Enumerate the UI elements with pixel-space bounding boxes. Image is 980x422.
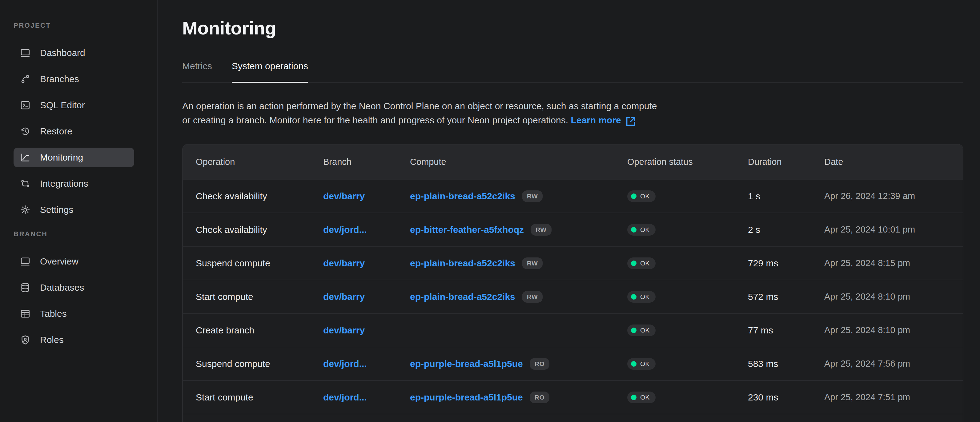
cell-duration: 729 ms [748, 258, 824, 268]
status-label: OK [640, 394, 649, 401]
status-ok-dot [631, 294, 636, 300]
sidebar-item-branches[interactable]: Branches [14, 69, 134, 89]
status-badge: OK [627, 257, 655, 269]
status-label: OK [640, 260, 649, 267]
sidebar-item-dashboard[interactable]: Dashboard [14, 43, 134, 63]
cell-operation: Start compute [196, 392, 323, 403]
description-line-1: An operation is an action performed by t… [182, 101, 657, 111]
header-cell-operation: Operation [196, 157, 323, 167]
sidebar-item-label: Databases [40, 282, 84, 293]
sidebar-item-overview[interactable]: Overview [14, 252, 134, 271]
status-badge: OK [627, 291, 655, 303]
cell-date: Apr 25, 2024 8:15 pm [824, 258, 963, 268]
overview-icon [20, 256, 31, 267]
table-row: Suspend computedev/barryep-plain-bread-a… [183, 246, 963, 279]
compute-access-badge: RW [531, 224, 552, 236]
settings-icon [20, 204, 31, 215]
cell-compute: ep-purple-bread-a5l1p5ueRO [410, 392, 627, 403]
status-label: OK [640, 293, 649, 300]
tab-system-operations[interactable]: System operations [232, 60, 308, 82]
status-ok-dot [631, 227, 636, 233]
cell-date: Apr 25, 2024 8:10 pm [824, 292, 963, 302]
status-badge: OK [627, 325, 655, 336]
tab-bar: Metrics System operations [182, 60, 963, 83]
header-cell-date: Date [824, 157, 963, 167]
compute-access-badge: RO [530, 392, 550, 403]
status-label: OK [640, 226, 649, 233]
sidebar-item-databases[interactable]: Databases [14, 278, 134, 297]
status-ok-dot [631, 361, 636, 366]
sidebar-item-restore[interactable]: Restore [14, 122, 134, 141]
branch-link[interactable]: dev/jord... [323, 359, 367, 369]
sql-editor-icon [20, 100, 31, 111]
dashboard-icon [20, 48, 31, 59]
sidebar-item-tables[interactable]: Tables [14, 304, 134, 324]
sidebar-item-label: Restore [40, 126, 72, 136]
compute-link[interactable]: ep-bitter-feather-a5fxhoqz [410, 225, 524, 235]
header-cell-duration: Duration [748, 157, 824, 167]
sidebar-item-sql-editor[interactable]: SQL Editor [14, 95, 134, 115]
sidebar-item-roles[interactable]: Roles [14, 330, 134, 350]
compute-link[interactable]: ep-plain-bread-a52c2iks [410, 191, 515, 201]
sidebar-section-label-project: PROJECT [14, 22, 157, 30]
cell-compute: ep-plain-bread-a52c2iksRW [410, 291, 627, 303]
cell-compute: ep-purple-bread-a5l1p5ueRO [410, 358, 627, 370]
sidebar-section-label-branch: BRANCH [14, 230, 157, 238]
external-link-icon [624, 115, 637, 128]
sidebar-item-label: Tables [40, 308, 67, 319]
compute-access-badge: RW [522, 291, 543, 303]
header-cell-compute: Compute [410, 157, 627, 167]
status-label: OK [640, 327, 649, 334]
description-line-2: or creating a branch. Monitor here for t… [182, 115, 568, 125]
cell-duration: 230 ms [748, 392, 824, 403]
branches-icon [20, 73, 31, 84]
branch-link[interactable]: dev/barry [323, 325, 365, 335]
table-next-row-partial [183, 414, 963, 422]
table-row: Check availabilitydev/barryep-plain-brea… [183, 179, 963, 213]
compute-link[interactable]: ep-purple-bread-a5l1p5ue [410, 359, 523, 369]
cell-duration: 77 ms [748, 325, 824, 336]
table-row: Start computedev/barryep-plain-bread-a52… [183, 279, 963, 313]
sidebar-item-label: Branches [40, 74, 79, 84]
cell-operation: Suspend compute [196, 359, 323, 369]
cell-operation: Check availability [196, 225, 323, 235]
cell-duration: 1 s [748, 191, 824, 201]
restore-icon [20, 126, 31, 137]
sidebar-item-label: SQL Editor [40, 100, 85, 110]
tab-metrics[interactable]: Metrics [182, 60, 212, 82]
branch-link[interactable]: dev/barry [323, 292, 365, 302]
sidebar-item-label: Roles [40, 335, 64, 345]
tables-icon [20, 308, 31, 319]
app-window: PROJECTDashboardBranchesSQL EditorRestor… [0, 0, 980, 422]
sidebar-item-label: Overview [40, 256, 78, 267]
branch-link[interactable]: dev/barry [323, 191, 365, 201]
table-row: Start computedev/jord...ep-purple-bread-… [183, 380, 963, 414]
cell-date: Apr 26, 2024 12:39 am [824, 191, 963, 201]
compute-link[interactable]: ep-plain-bread-a52c2iks [410, 292, 515, 302]
cell-date: Apr 25, 2024 10:01 pm [824, 225, 963, 235]
sidebar-item-settings[interactable]: Settings [14, 200, 134, 220]
learn-more-link[interactable]: Learn more [571, 113, 637, 127]
cell-date: Apr 25, 2024 8:10 pm [824, 325, 963, 335]
header-cell-branch: Branch [323, 157, 410, 167]
databases-icon [20, 282, 31, 293]
sidebar-item-monitoring[interactable]: Monitoring [14, 148, 134, 167]
monitoring-icon [20, 152, 31, 163]
cell-operation: Create branch [196, 325, 323, 336]
compute-link[interactable]: ep-purple-bread-a5l1p5ue [410, 392, 523, 403]
compute-link[interactable]: ep-plain-bread-a52c2iks [410, 258, 515, 268]
cell-compute: ep-plain-bread-a52c2iksRW [410, 257, 627, 269]
branch-link[interactable]: dev/jord... [323, 225, 367, 235]
compute-access-badge: RO [530, 358, 550, 370]
status-ok-dot [631, 194, 636, 199]
main-content: Monitoring Metrics System operations An … [158, 0, 980, 422]
cell-operation: Suspend compute [196, 258, 323, 268]
table-row: Create branchdev/barryOK77 msApr 25, 202… [183, 313, 963, 347]
cell-operation: Start compute [196, 292, 323, 302]
status-badge: OK [627, 224, 655, 236]
sidebar-item-integrations[interactable]: Integrations [14, 174, 134, 194]
cell-duration: 583 ms [748, 359, 824, 369]
branch-link[interactable]: dev/barry [323, 258, 365, 268]
branch-link[interactable]: dev/jord... [323, 392, 367, 402]
table-header: Operation Branch Compute Operation statu… [183, 144, 963, 179]
